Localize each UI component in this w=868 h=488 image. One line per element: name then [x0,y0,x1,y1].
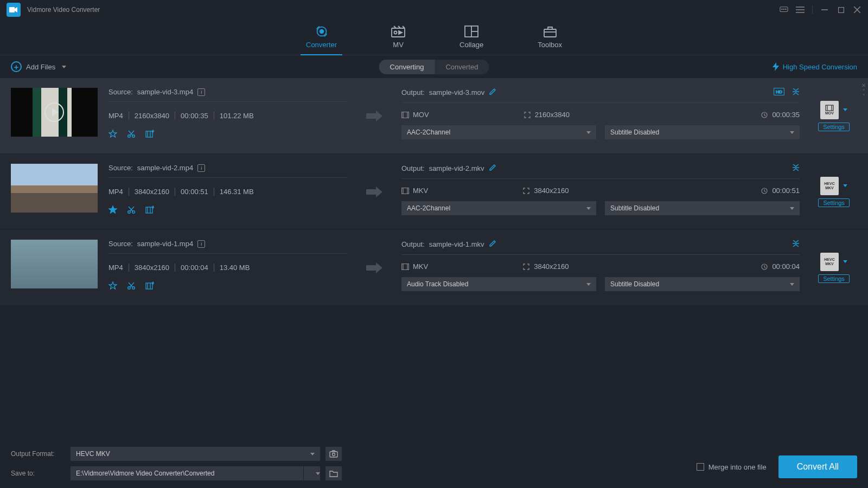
app-logo-icon [7,3,21,17]
src-resolution: 2160x3840 [135,112,175,120]
out-resolution: 3840x2160 [522,187,569,195]
out-container: MKV [401,262,428,271]
tab-mv[interactable]: MV [386,20,411,55]
output-column: Output: sample-vid-2.mkv MKV 3840x2160 [401,164,800,220]
chevron-down-icon [310,453,315,455]
svg-rect-25 [146,131,152,137]
rename-icon[interactable] [489,164,496,173]
audio-track-select[interactable]: AAC-2Channel [401,201,596,215]
subtitle-select[interactable]: Subtitle Disabled [605,201,800,215]
audio-track-select[interactable]: AAC-2Channel [401,125,596,139]
save-to-value: E:\Vidmore\Vidmore Video Converter\Conve… [71,470,303,477]
output-format-select[interactable]: HEVC MKV [71,447,320,461]
cut-icon[interactable] [127,130,136,138]
file-row[interactable]: Source: sample-vid-3.mp4 i MP4 2160x3840… [0,78,868,154]
compress-icon[interactable] [792,164,800,173]
output-label: Output: [401,164,425,172]
snapshot-button[interactable] [326,447,342,461]
hsc-label: High Speed Conversion [783,63,857,71]
play-icon[interactable] [44,102,64,122]
svg-rect-0 [9,7,15,12]
move-down-icon[interactable]: ˅ [863,95,865,98]
merge-checkbox[interactable]: Merge into one file [697,463,767,471]
video-thumbnail[interactable] [11,88,98,137]
menu-icon[interactable] [796,5,805,14]
tab-label: Collage [459,41,483,49]
svg-rect-34 [826,105,833,111]
titlebar: Vidmore Video Converter [0,0,868,20]
save-to-select[interactable]: E:\Vidmore\Vidmore Video Converter\Conve… [71,466,320,480]
src-format: MP4 [108,112,129,120]
nav-tabs: Converter MV Collage Toolbox [0,20,868,55]
svg-rect-19 [544,29,556,37]
minimize-icon[interactable] [820,5,829,14]
subtitle-select[interactable]: Subtitle Disabled [605,277,800,291]
compress-icon[interactable] [792,240,800,249]
svg-rect-59 [330,452,337,457]
file-row[interactable]: Source: sample-vid-2.mp4 i MP4 3840x2160… [0,154,868,230]
subtab-converted[interactable]: Converted [435,60,489,74]
info-icon[interactable]: i [197,88,205,96]
bottom-bar: Output Format: HEVC MKV Save to: E:\Vidm… [0,439,868,488]
hd-icon[interactable]: HD [774,88,784,97]
enhance-icon[interactable] [145,130,154,138]
src-format: MP4 [108,264,129,272]
feedback-icon[interactable] [780,5,788,14]
add-files-label: Add Files [26,63,55,71]
info-icon[interactable]: i [197,240,205,248]
add-files-button[interactable]: + Add Files [11,61,66,72]
format-badge-icon: HEVC MKV [820,177,839,195]
tab-converter[interactable]: Converter [301,20,342,55]
row-format-controls: MOV Settings [810,88,857,144]
toolbar: + Add Files Converting Converted High Sp… [0,55,868,78]
output-filename: sample-vid-1.mkv [429,240,484,248]
enhance-icon[interactable] [145,281,154,290]
open-folder-button[interactable] [326,466,342,480]
convert-all-button[interactable]: Convert All [778,455,857,478]
row-format-controls: HEVC MKV Settings [810,240,857,296]
edit-star-icon[interactable] [108,281,117,290]
out-resolution: 3840x2160 [522,262,569,271]
src-size: 146.31 MB [220,188,259,196]
format-preset-button[interactable]: HEVC MKV [820,253,847,271]
source-filename: sample-vid-2.mp4 [137,164,193,172]
format-preset-button[interactable]: MOV [820,101,847,119]
out-container: MKV [401,187,428,195]
src-resolution: 3840x2160 [135,188,175,196]
close-icon[interactable] [853,5,861,14]
settings-button[interactable]: Settings [818,123,850,131]
output-format-value: HEVC MKV [76,450,110,458]
out-container: MOV [401,111,429,119]
arrow-icon [358,240,391,296]
edit-star-icon[interactable] [108,206,117,214]
file-row[interactable]: Source: sample-vid-1.mp4 i MP4 3840x2160… [0,230,868,306]
maximize-icon[interactable] [837,5,845,14]
rename-icon[interactable] [489,240,496,249]
info-icon[interactable]: i [197,164,205,172]
settings-button[interactable]: Settings [818,198,850,207]
remove-row-icon[interactable]: ✕ [861,82,866,88]
tab-toolbox[interactable]: Toolbox [532,20,567,55]
output-column: Output: sample-vid-1.mkv MKV 3840x2160 [401,240,800,296]
cut-icon[interactable] [127,206,136,214]
audio-track-select[interactable]: Audio Track Disabled [401,277,596,291]
settings-button[interactable]: Settings [818,274,850,283]
high-speed-conversion[interactable]: High Speed Conversion [772,62,857,71]
out-duration: 00:00:35 [761,111,800,119]
video-thumbnail[interactable] [11,240,98,288]
rename-icon[interactable] [489,88,496,97]
src-format: MP4 [108,188,129,196]
tab-collage[interactable]: Collage [454,20,489,55]
arrow-icon [358,164,391,220]
cut-icon[interactable] [127,281,136,290]
enhance-icon[interactable] [145,206,154,214]
sub-tabs: Converting Converted [379,60,489,74]
edit-star-icon[interactable] [108,130,117,138]
subtitle-select[interactable]: Subtitle Disabled [605,125,800,139]
compress-icon[interactable] [792,88,800,97]
video-thumbnail[interactable] [11,164,98,213]
format-preset-button[interactable]: HEVC MKV [820,177,847,195]
subtab-converting[interactable]: Converting [379,60,435,74]
out-resolution: 2160x3840 [524,111,570,119]
output-column: Output: sample-vid-3.mov HD MOV 2160x384… [401,88,800,144]
